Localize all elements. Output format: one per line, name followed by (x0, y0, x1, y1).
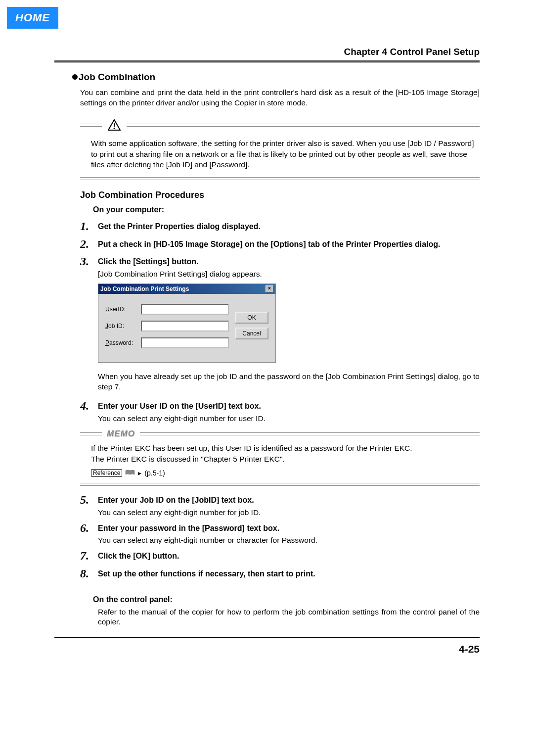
step-3-after: When you have already set up the job ID … (98, 372, 480, 392)
job-combination-dialog: Job Combination Print Settings × UserID:… (98, 284, 276, 363)
footer-rule (54, 637, 480, 638)
step-8: 8. Set up the other functions if necessa… (80, 567, 480, 581)
bullet-icon (72, 74, 78, 80)
caution-rule-right (127, 124, 480, 127)
step-number: 3. (80, 255, 98, 280)
step-title: Click the [Settings] button. (98, 256, 480, 267)
dialog-title: Job Combination Print Settings (100, 285, 189, 292)
step-number: 2. (80, 238, 98, 252)
chapter-title: Chapter 4 Control Panel Setup (54, 47, 480, 57)
memo-box: MEMO If the Printer EKC has been set up,… (80, 429, 480, 486)
password-label: Password: (105, 339, 138, 346)
step-5: 5. Enter your Job ID on the [JobID] text… (80, 494, 480, 518)
book-icon (125, 469, 135, 477)
step-note: You can select any eight-digit number or… (98, 535, 480, 546)
warning-icon (108, 119, 121, 131)
step-title: Set up the other functions if necessary,… (98, 568, 480, 579)
step-number: 6. (80, 522, 98, 546)
jobid-label: Job ID: (105, 323, 138, 330)
step-2: 2. Put a check in [HD-105 Image Storage]… (80, 238, 480, 252)
header-rule (54, 60, 480, 63)
intro-text: You can combine and print the data held … (80, 88, 480, 108)
step-6: 6. Enter your password in the [Password]… (80, 522, 480, 546)
svg-point-1 (114, 128, 115, 129)
section-heading: Job Combination (72, 72, 480, 83)
step-7: 7. Click the [OK] button. (80, 550, 480, 564)
step-title: Enter your password in the [Password] te… (98, 523, 480, 534)
home-tab[interactable]: HOME (7, 7, 58, 29)
on-panel-label: On the control panel: (93, 595, 480, 604)
arrow-icon: ▸ (138, 469, 141, 477)
reference-page: (p.5-1) (144, 469, 165, 477)
step-note: You can select any eight-digit number fo… (98, 414, 480, 424)
step-number: 4. (80, 400, 98, 424)
cancel-button[interactable]: Cancel (235, 328, 268, 339)
password-input[interactable] (141, 337, 229, 348)
step-title: Enter your User ID on the [UserID] text … (98, 401, 480, 412)
step-number: 8. (80, 567, 98, 581)
page-content: Chapter 4 Control Panel Setup Job Combin… (54, 47, 480, 627)
caution-rule-left (80, 124, 102, 127)
step-4: 4. Enter your User ID on the [UserID] te… (80, 400, 480, 424)
step-title: Click the [OK] button. (98, 551, 480, 562)
page-number: 4-25 (459, 643, 480, 655)
memo-rule-left (80, 432, 102, 435)
memo-rule-bottom (80, 483, 480, 486)
close-icon[interactable]: × (266, 285, 273, 292)
step-title: Get the Printer Properties dialog displa… (98, 221, 480, 232)
memo-text-1: If the Printer EKC has been set up, this… (91, 443, 480, 454)
step-3: 3. Click the [Settings] button. [Job Com… (80, 255, 480, 280)
section-title: Job Combination (79, 72, 155, 82)
step-number: 1. (80, 220, 98, 234)
memo-text-2: The Printer EKC is discussed in "Chapter… (91, 454, 480, 465)
jobid-input[interactable] (141, 321, 229, 331)
step-title: Put a check in [HD-105 Image Storage] on… (98, 239, 480, 250)
procedures-heading: Job Combination Procedures (80, 190, 480, 200)
step-note: You can select any eight-digit number fo… (98, 508, 480, 518)
userid-label: UserID: (105, 306, 138, 313)
on-panel-text: Refer to the manual of the copier for ho… (98, 607, 480, 628)
on-computer-label: On your computer: (93, 205, 480, 214)
dialog-titlebar: Job Combination Print Settings × (98, 284, 275, 294)
caution-rule-bottom (80, 177, 480, 180)
memo-rule-right (140, 432, 480, 435)
reference-row: Reference ▸ (p.5-1) (91, 469, 480, 477)
step-1: 1. Get the Printer Properties dialog dis… (80, 220, 480, 234)
step-number: 7. (80, 550, 98, 564)
step-note: [Job Combination Print Settings] dialog … (98, 269, 480, 280)
caution-text: With some application software, the sett… (91, 138, 480, 170)
step-number: 5. (80, 494, 98, 518)
caution-box: With some application software, the sett… (80, 119, 480, 180)
reference-badge: Reference (91, 469, 122, 477)
userid-input[interactable] (141, 304, 229, 315)
memo-label: MEMO (107, 429, 135, 439)
ok-button[interactable]: OK (235, 312, 268, 324)
step-title: Enter your Job ID on the [JobID] text bo… (98, 495, 480, 506)
